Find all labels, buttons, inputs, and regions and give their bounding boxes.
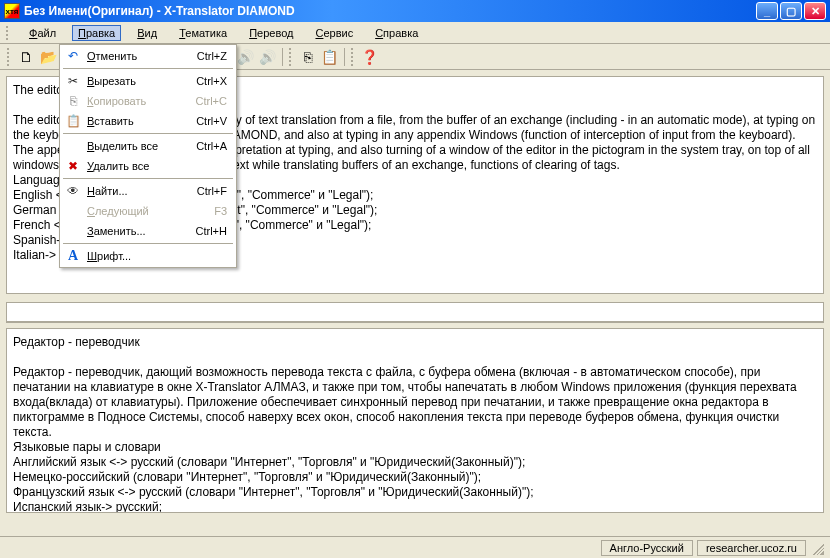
menu-item-: ⎘КопироватьCtrl+C (61, 91, 235, 111)
menu-item-[interactable]: AШрифт... (61, 246, 235, 266)
translated-line: Языковые пары и словари (13, 440, 817, 455)
menu-item-label: Заменить... (85, 225, 196, 237)
menu-item-shortcut: Ctrl+Z (197, 50, 235, 62)
sound2-icon: 🔊 (257, 46, 279, 68)
menu-item-shortcut: Ctrl+X (196, 75, 235, 87)
menu-item-shortcut: Ctrl+H (196, 225, 235, 237)
toolbar-separator (282, 48, 283, 66)
toolbar-separator (344, 48, 345, 66)
menu-separator (63, 68, 233, 69)
translated-line: Испанский язык-> русский; (13, 500, 817, 513)
window-title: Без Имени(Оригинал) - X-Translator DIAMO… (24, 4, 756, 18)
menu-separator (63, 178, 233, 179)
menu-item-icon: ✂ (61, 74, 85, 88)
menu-item-shortcut: Ctrl+F (197, 185, 235, 197)
close-button[interactable]: ✕ (804, 2, 826, 20)
app-icon: хтя (4, 3, 20, 19)
resize-grip-icon[interactable] (810, 541, 824, 555)
menu-separator (63, 133, 233, 134)
help-icon[interactable]: ❓ (359, 46, 381, 68)
translated-line: Редактор - переводчик, дающий возможност… (13, 365, 817, 440)
sound-icon: 🔊 (235, 46, 257, 68)
menu-item-[interactable]: 📋ВставитьCtrl+V (61, 111, 235, 131)
menu-item-label: Следующий (85, 205, 214, 217)
menu-item-[interactable]: Выделить всеCtrl+A (61, 136, 235, 156)
menu-item-: СледующийF3 (61, 201, 235, 221)
status-lang-pair[interactable]: Англо-Русский (601, 540, 693, 556)
menu-item-shortcut: Ctrl+C (196, 95, 235, 107)
menu-item-label: Найти... (85, 185, 197, 197)
menu-item-shortcut: Ctrl+V (196, 115, 235, 127)
menu-item-icon: 👁 (61, 184, 85, 198)
splitter2[interactable] (6, 322, 824, 326)
menu-item-[interactable]: ✂ВырезатьCtrl+X (61, 71, 235, 91)
menubar-grip-icon (6, 26, 9, 40)
translated-text-pane[interactable]: Редактор - переводчикРедактор - переводч… (6, 328, 824, 513)
menu-file[interactable]: Файл (23, 25, 62, 41)
toolbar-grip-icon (289, 48, 294, 66)
menu-item-label: Вырезать (85, 75, 196, 87)
menu-item-label: Отменить (85, 50, 197, 62)
toolbar-grip-icon (351, 48, 356, 66)
menubar: Файл Правка Вид Тематика Перевод Сервис … (0, 22, 830, 44)
menu-edit[interactable]: Правка (72, 25, 121, 41)
paste-icon[interactable]: 📋 (319, 46, 341, 68)
menu-item-icon: 📋 (61, 114, 85, 128)
new-icon[interactable]: 🗋 (15, 46, 37, 68)
menu-separator (63, 243, 233, 244)
menu-item-label: Копировать (85, 95, 196, 107)
menu-item-label: Выделить все (85, 140, 196, 152)
minimize-button[interactable]: _ (756, 2, 778, 20)
menu-item-[interactable]: 👁Найти...Ctrl+F (61, 181, 235, 201)
translated-line: Немецко-российский (словари "Интернет", … (13, 470, 817, 485)
statusbar: Англо-Русский researcher.ucoz.ru (0, 536, 830, 558)
translated-line: Английский язык <-> русский (словари "Ин… (13, 455, 817, 470)
maximize-button[interactable]: ▢ (780, 2, 802, 20)
open-icon[interactable]: 📂 (37, 46, 59, 68)
menu-translate[interactable]: Перевод (243, 25, 299, 41)
status-site: researcher.ucoz.ru (697, 540, 806, 556)
menu-item-shortcut: Ctrl+A (196, 140, 235, 152)
menu-item-icon: A (61, 248, 85, 264)
menu-item-icon: ↶ (61, 49, 85, 63)
translated-heading: Редактор - переводчик (13, 335, 817, 350)
menu-item-shortcut: F3 (214, 205, 235, 217)
menu-view[interactable]: Вид (131, 25, 163, 41)
menu-item-icon: ⎘ (61, 94, 85, 108)
toolbar-grip-icon (7, 48, 12, 66)
copy-icon[interactable]: ⎘ (297, 46, 319, 68)
edit-menu-dropdown: ↶ОтменитьCtrl+Z✂ВырезатьCtrl+X⎘Копироват… (59, 44, 237, 268)
menu-topic[interactable]: Тематика (173, 25, 233, 41)
menu-item-label: Вставить (85, 115, 196, 127)
translated-line: Французский язык <-> русский (словари "И… (13, 485, 817, 500)
menu-help[interactable]: Справка (369, 25, 424, 41)
menu-item-[interactable]: Заменить...Ctrl+H (61, 221, 235, 241)
menu-service[interactable]: Сервис (309, 25, 359, 41)
menu-item-label: Шрифт... (85, 250, 227, 262)
mid-panel (6, 302, 824, 322)
menu-item-icon: ✖ (61, 159, 85, 173)
menu-item-[interactable]: ✖Удалить все (61, 156, 235, 176)
menu-item-label: Удалить все (85, 160, 227, 172)
titlebar: хтя Без Имени(Оригинал) - X-Translator D… (0, 0, 830, 22)
menu-item-[interactable]: ↶ОтменитьCtrl+Z (61, 46, 235, 66)
